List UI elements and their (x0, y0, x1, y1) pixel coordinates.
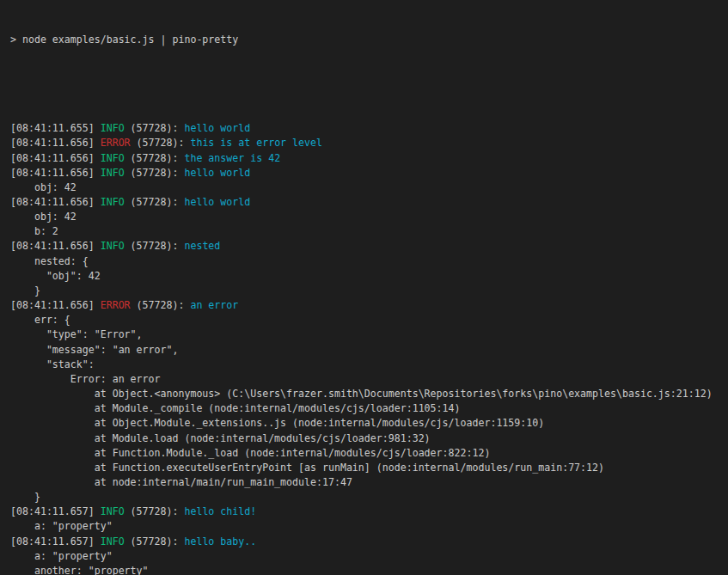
log-detail-line: "stack": (10, 358, 728, 372)
log-detail-line: at Module.load (node:internal/modules/cj… (10, 431, 728, 446)
log-timestamp: [08:41:11.656] (10, 167, 101, 179)
log-pid: (57728): (131, 137, 191, 149)
log-line: [08:41:11.656] INFO (57728): the answer … (10, 151, 728, 166)
log-level: INFO (101, 505, 125, 517)
log-message: hello world (184, 122, 250, 134)
log-detail-line: b: 2 (10, 224, 728, 239)
log-detail-line: at Object.Module._extensions..js (node:i… (10, 416, 728, 431)
log-pid: (57728): (125, 240, 185, 252)
log-detail-line: "type": "Error", (10, 327, 728, 342)
log-detail-line: at Module._compile (node:internal/module… (10, 401, 728, 416)
log-level: INFO (101, 122, 125, 134)
log-message: hello world (184, 167, 250, 179)
log-level: ERROR (101, 299, 131, 311)
log-detail-line: at Object.<anonymous> (C:\Users\frazer.s… (10, 387, 728, 401)
log-detail-line: obj: 42 (10, 180, 728, 195)
terminal-output: [08:41:11.655] INFO (57728): hello world… (10, 121, 728, 575)
log-message: an error (190, 299, 238, 311)
log-level: INFO (101, 535, 125, 547)
log-pid: (57728): (125, 122, 185, 134)
log-timestamp: [08:41:11.656] (10, 152, 101, 164)
log-line: [08:41:11.656] ERROR (57728): this is at… (10, 136, 728, 150)
log-line: [08:41:11.655] INFO (57728): hello world (10, 121, 728, 136)
log-timestamp: [08:41:11.656] (10, 240, 101, 252)
log-level: INFO (101, 167, 125, 179)
log-line: [08:41:11.657] INFO (57728): hello baby.… (10, 535, 728, 549)
log-line: [08:41:11.657] INFO (57728): hello child… (10, 505, 728, 519)
log-detail-line: a: "property" (10, 519, 728, 534)
log-detail-line: "message": "an error", (10, 343, 728, 358)
log-detail-line: at Function.Module._load (node:internal/… (10, 446, 728, 461)
log-timestamp: [08:41:11.656] (10, 137, 101, 149)
log-level: INFO (101, 196, 125, 208)
log-pid: (57728): (125, 505, 185, 517)
log-message: hello child! (184, 505, 256, 517)
log-pid: (57728): (125, 196, 185, 208)
log-detail-line: another: "property" (10, 564, 728, 575)
log-line: [08:41:11.656] INFO (57728): hello world (10, 195, 728, 210)
log-level: ERROR (101, 137, 131, 149)
blank-line (10, 77, 728, 92)
log-detail-line: Error: an error (10, 372, 728, 387)
log-line: [08:41:11.656] ERROR (57728): an error (10, 298, 728, 313)
log-level: INFO (101, 152, 125, 164)
log-detail-line: } (10, 284, 728, 298)
log-timestamp: [08:41:11.657] (10, 505, 101, 517)
log-detail-line: err: { (10, 313, 728, 327)
log-detail-line: a: "property" (10, 549, 728, 564)
log-detail-line: obj: 42 (10, 210, 728, 224)
log-message: nested (184, 240, 220, 252)
log-detail-line: nested: { (10, 254, 728, 269)
log-timestamp: [08:41:11.656] (10, 299, 101, 311)
log-timestamp: [08:41:11.656] (10, 196, 101, 208)
log-detail-line: } (10, 490, 728, 505)
log-level: INFO (101, 240, 125, 252)
log-line: [08:41:11.656] INFO (57728): hello world (10, 166, 728, 180)
log-pid: (57728): (125, 152, 185, 164)
log-timestamp: [08:41:11.657] (10, 535, 101, 547)
log-line: [08:41:11.656] INFO (57728): nested (10, 239, 728, 254)
log-pid: (57728): (125, 167, 185, 179)
command-line: > node examples/basic.js | pino-pretty (10, 33, 728, 47)
log-message: hello world (184, 196, 250, 208)
terminal[interactable]: > node examples/basic.js | pino-pretty [… (0, 0, 728, 575)
log-message: the answer is 42 (184, 152, 280, 164)
log-detail-line: at node:internal/main/run_main_module:17… (10, 475, 728, 490)
log-message: hello baby.. (184, 535, 256, 547)
log-message: this is at error level (190, 137, 322, 149)
log-detail-line: "obj": 42 (10, 269, 728, 284)
log-pid: (57728): (131, 299, 191, 311)
log-detail-line: at Function.executeUserEntryPoint [as ru… (10, 461, 728, 475)
log-timestamp: [08:41:11.655] (10, 122, 101, 134)
log-pid: (57728): (125, 535, 185, 547)
